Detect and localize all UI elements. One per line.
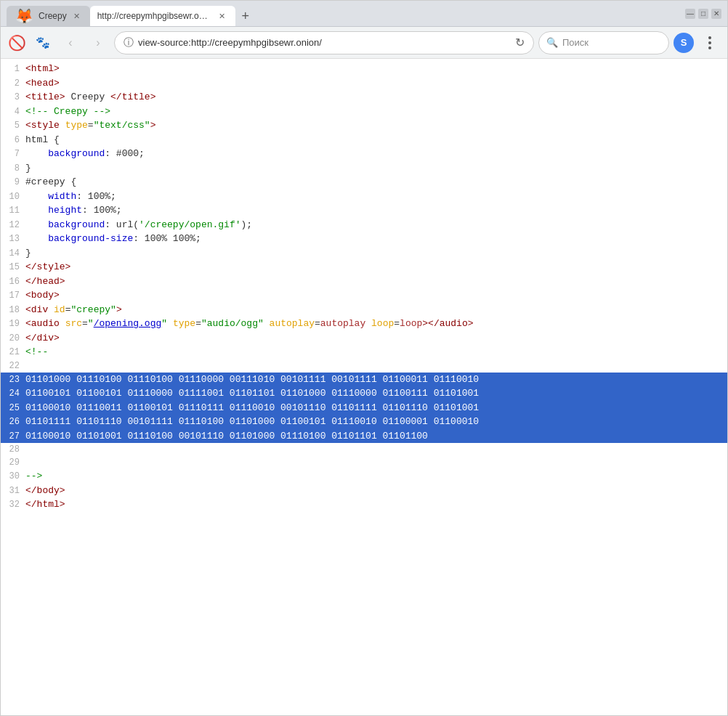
browser-window: 🦊 Creepy ✕ http://creepymhpgibsewr.oni..… bbox=[0, 0, 728, 716]
line-content-24: 01100101 01100101 01110000 01111001 0110… bbox=[25, 386, 724, 401]
line-number-17: 17 bbox=[4, 289, 25, 302]
title-bar: 🦊 Creepy ✕ http://creepymhpgibsewr.oni..… bbox=[1, 1, 727, 27]
line-number-10: 10 bbox=[4, 190, 25, 203]
source-line-9: 9#creepy { bbox=[1, 175, 727, 190]
line-number-5: 5 bbox=[4, 119, 25, 132]
source-line-14: 14} bbox=[1, 246, 727, 261]
tab-source-title: http://creepymhpgibsewr.oni... bbox=[97, 11, 212, 21]
minimize-button[interactable]: — bbox=[685, 9, 695, 19]
line-content-7: background: #000; bbox=[25, 147, 724, 161]
source-line-30: 30--> bbox=[1, 469, 727, 484]
tab-source-close[interactable]: ✕ bbox=[217, 10, 228, 22]
line-number-26: 26 bbox=[4, 415, 25, 428]
line-number-20: 20 bbox=[4, 332, 25, 345]
source-line-13: 13 background-size: 100% 100%; bbox=[1, 232, 727, 246]
source-line-11: 11 height: 100%; bbox=[1, 203, 727, 218]
line-number-13: 13 bbox=[4, 232, 25, 245]
line-number-25: 25 bbox=[4, 402, 25, 415]
source-line-27: 2701100010 01101001 01110100 00101110 01… bbox=[1, 429, 727, 444]
line-number-16: 16 bbox=[4, 275, 25, 288]
source-line-22: 22 bbox=[1, 359, 727, 373]
search-icon: 🔍 bbox=[546, 37, 558, 48]
line-content-17: <body> bbox=[25, 288, 724, 303]
line-number-19: 19 bbox=[4, 317, 25, 330]
tab-source[interactable]: http://creepymhpgibsewr.oni... ✕ bbox=[90, 6, 235, 26]
line-content-27: 01100010 01101001 01110100 00101110 0110… bbox=[25, 429, 724, 444]
line-content-6: html { bbox=[25, 133, 724, 147]
new-tab-button[interactable]: + bbox=[235, 6, 256, 26]
info-icon: ⓘ bbox=[124, 36, 134, 49]
line-number-3: 3 bbox=[4, 91, 25, 104]
source-line-21: 21<!-- bbox=[1, 345, 727, 359]
source-line-25: 2501100010 01110011 01100101 01110111 01… bbox=[1, 401, 727, 415]
source-line-20: 20</div> bbox=[1, 331, 727, 346]
line-number-6: 6 bbox=[4, 134, 25, 147]
line-number-22: 22 bbox=[4, 359, 25, 373]
tab-creepy-title: Creepy bbox=[39, 11, 67, 21]
source-line-28: 28 bbox=[1, 443, 727, 456]
line-content-25: 01100010 01110011 01100101 01110111 0111… bbox=[25, 401, 724, 415]
sync-button[interactable]: S bbox=[674, 33, 694, 53]
line-number-32: 32 bbox=[4, 498, 25, 511]
line-content-1: <html> bbox=[25, 62, 724, 76]
line-number-2: 2 bbox=[4, 77, 25, 90]
line-number-21: 21 bbox=[4, 346, 25, 359]
search-box[interactable]: 🔍 Поиск bbox=[538, 31, 669, 54]
close-button[interactable]: ✕ bbox=[711, 9, 721, 19]
source-line-31: 31</body> bbox=[1, 484, 727, 498]
line-content-20: </div> bbox=[25, 331, 724, 346]
line-number-4: 4 bbox=[4, 105, 25, 118]
source-line-7: 7 background: #000; bbox=[1, 147, 727, 161]
source-line-12: 12 background: url('/creepy/open.gif'); bbox=[1, 218, 727, 232]
menu-dot-2 bbox=[708, 41, 711, 44]
line-number-11: 11 bbox=[4, 204, 25, 217]
browser-menu-button[interactable] bbox=[698, 31, 721, 54]
line-number-9: 9 bbox=[4, 176, 25, 189]
address-text: view-source:http://creepymhpgibsewr.onio… bbox=[138, 37, 515, 48]
source-line-24: 2401100101 01100101 01110000 01111001 01… bbox=[1, 386, 727, 401]
line-number-8: 8 bbox=[4, 162, 25, 175]
source-line-26: 2601101111 01101110 00101111 01110100 01… bbox=[1, 415, 727, 429]
source-line-8: 8} bbox=[1, 161, 727, 176]
source-line-18: 18<div id="creepy"> bbox=[1, 303, 727, 317]
source-line-23: 2301101000 01110100 01110100 01110000 00… bbox=[1, 373, 727, 387]
nav-bar: 🚫 🐾 ‹ › ⓘ view-source:http://creepymhpgi… bbox=[1, 27, 727, 59]
line-content-16: </head> bbox=[25, 274, 724, 289]
line-content-10: width: 100%; bbox=[25, 190, 724, 204]
menu-dot-3 bbox=[708, 46, 711, 49]
line-content-18: <div id="creepy"> bbox=[25, 303, 724, 317]
line-content-8: } bbox=[25, 161, 724, 176]
extensions-icon[interactable]: 🐾 bbox=[31, 31, 54, 54]
back-button[interactable]: ‹ bbox=[59, 31, 82, 54]
address-bar[interactable]: ⓘ view-source:http://creepymhpgibsewr.on… bbox=[114, 31, 534, 54]
window-controls: — □ ✕ bbox=[685, 9, 721, 19]
tab-creepy[interactable]: 🦊 Creepy ✕ bbox=[7, 6, 90, 26]
line-content-13: background-size: 100% 100%; bbox=[25, 232, 724, 246]
line-number-29: 29 bbox=[4, 456, 25, 469]
source-line-29: 29 bbox=[1, 456, 727, 469]
source-line-16: 16</head> bbox=[1, 274, 727, 289]
line-content-15: </style> bbox=[25, 260, 724, 274]
line-number-27: 27 bbox=[4, 430, 25, 443]
forward-button[interactable]: › bbox=[86, 31, 110, 54]
source-line-32: 32</html> bbox=[1, 497, 727, 512]
line-number-7: 7 bbox=[4, 147, 25, 160]
source-view: 1<html>2<head>3<title> Creepy </title>4<… bbox=[1, 59, 727, 715]
maximize-button[interactable]: □ bbox=[698, 9, 708, 19]
source-line-6: 6html { bbox=[1, 133, 727, 147]
line-content-2: <head> bbox=[25, 76, 724, 91]
line-number-31: 31 bbox=[4, 484, 25, 497]
security-icon[interactable]: 🚫 bbox=[7, 33, 27, 53]
line-number-30: 30 bbox=[4, 470, 25, 483]
line-content-21: <!-- bbox=[25, 345, 724, 359]
line-content-19: <audio src="/opening.ogg" type="audio/og… bbox=[25, 317, 724, 331]
line-number-1: 1 bbox=[4, 62, 25, 76]
refresh-button[interactable]: ↻ bbox=[515, 36, 525, 49]
line-content-14: } bbox=[25, 246, 724, 261]
search-placeholder: Поиск bbox=[562, 37, 589, 48]
source-line-17: 17<body> bbox=[1, 288, 727, 303]
tab-group: 🦊 Creepy ✕ http://creepymhpgibsewr.oni..… bbox=[7, 1, 676, 26]
firefox-logo-icon: 🦊 bbox=[14, 6, 34, 26]
tab-creepy-close[interactable]: ✕ bbox=[71, 10, 83, 22]
line-number-18: 18 bbox=[4, 304, 25, 317]
